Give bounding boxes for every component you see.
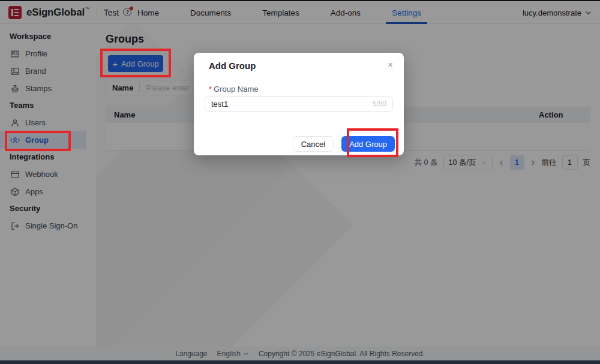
group-name-field-label: *Group Name — [209, 85, 258, 94]
add-group-modal: Add Group × *Group Name 5/50 Cancel Add … — [194, 53, 404, 155]
window-bottom-edge — [0, 360, 600, 364]
group-name-input-box: 5/50 — [205, 96, 393, 112]
app-screen: eSignGlobal™ Test ? Home Documents Templ… — [0, 0, 600, 364]
modal-buttons: Cancel Add Group — [293, 136, 395, 152]
cancel-button[interactable]: Cancel — [293, 136, 334, 152]
modal-add-group-button[interactable]: Add Group — [341, 136, 395, 152]
window-top-edge — [0, 0, 600, 1]
char-counter: 5/50 — [373, 100, 386, 108]
modal-title: Add Group — [209, 61, 256, 71]
group-name-input[interactable] — [211, 100, 369, 109]
close-icon[interactable]: × — [386, 59, 394, 70]
required-asterisk: * — [209, 85, 212, 94]
